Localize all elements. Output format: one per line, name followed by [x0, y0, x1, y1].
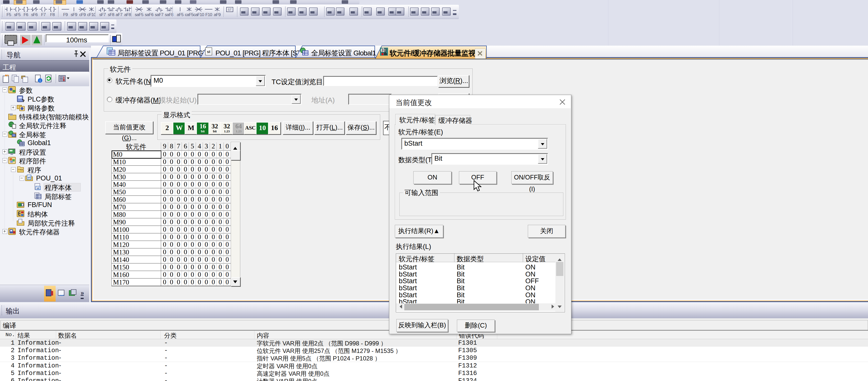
svg-text:ST: ST — [228, 8, 232, 11]
svg-text:st: st — [28, 175, 31, 179]
svg-text:st: st — [207, 50, 211, 54]
svg-text:i: i — [39, 79, 40, 83]
svg-text:st: st — [37, 186, 39, 190]
